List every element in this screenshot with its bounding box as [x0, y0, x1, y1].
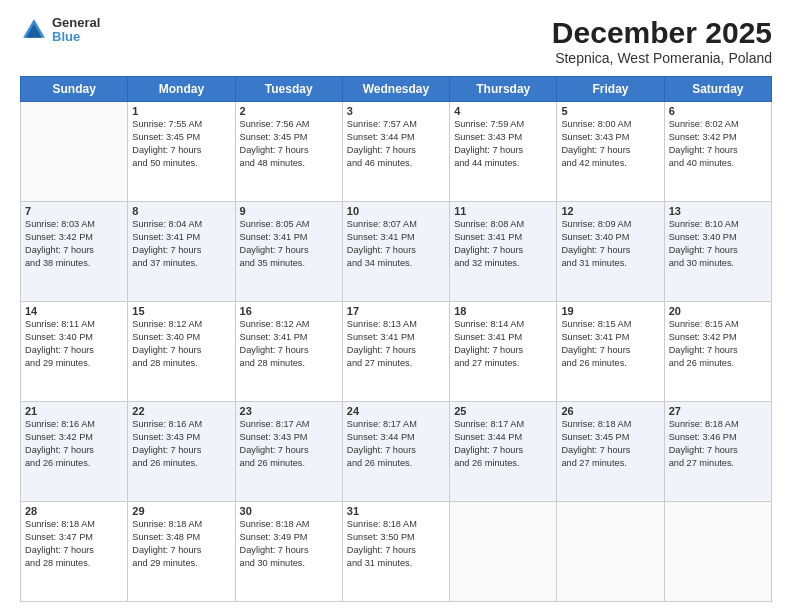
calendar-cell: 7Sunrise: 8:03 AM Sunset: 3:42 PM Daylig…: [21, 202, 128, 302]
calendar-cell: 28Sunrise: 8:18 AM Sunset: 3:47 PM Dayli…: [21, 502, 128, 602]
header: General Blue December 2025 Stepnica, Wes…: [20, 16, 772, 66]
day-number: 5: [561, 105, 659, 117]
day-number: 18: [454, 305, 552, 317]
day-number: 14: [25, 305, 123, 317]
cell-text: Sunrise: 8:12 AM Sunset: 3:40 PM Dayligh…: [132, 318, 230, 370]
day-number: 20: [669, 305, 767, 317]
day-number: 2: [240, 105, 338, 117]
calendar-cell: 30Sunrise: 8:18 AM Sunset: 3:49 PM Dayli…: [235, 502, 342, 602]
day-number: 12: [561, 205, 659, 217]
page-subtitle: Stepnica, West Pomerania, Poland: [552, 50, 772, 66]
calendar-cell: 29Sunrise: 8:18 AM Sunset: 3:48 PM Dayli…: [128, 502, 235, 602]
day-number: 19: [561, 305, 659, 317]
cell-text: Sunrise: 7:56 AM Sunset: 3:45 PM Dayligh…: [240, 118, 338, 170]
cell-text: Sunrise: 8:15 AM Sunset: 3:41 PM Dayligh…: [561, 318, 659, 370]
cell-text: Sunrise: 8:17 AM Sunset: 3:44 PM Dayligh…: [454, 418, 552, 470]
cell-text: Sunrise: 8:04 AM Sunset: 3:41 PM Dayligh…: [132, 218, 230, 270]
calendar-cell: [21, 102, 128, 202]
day-number: 31: [347, 505, 445, 517]
cell-text: Sunrise: 8:10 AM Sunset: 3:40 PM Dayligh…: [669, 218, 767, 270]
calendar-cell: 11Sunrise: 8:08 AM Sunset: 3:41 PM Dayli…: [450, 202, 557, 302]
day-number: 11: [454, 205, 552, 217]
day-number: 22: [132, 405, 230, 417]
cell-text: Sunrise: 8:18 AM Sunset: 3:49 PM Dayligh…: [240, 518, 338, 570]
calendar-cell: 25Sunrise: 8:17 AM Sunset: 3:44 PM Dayli…: [450, 402, 557, 502]
calendar-week-row: 21Sunrise: 8:16 AM Sunset: 3:42 PM Dayli…: [21, 402, 772, 502]
logo: General Blue: [20, 16, 100, 45]
day-number: 16: [240, 305, 338, 317]
calendar-day-header: Sunday: [21, 77, 128, 102]
day-number: 27: [669, 405, 767, 417]
calendar-cell: 31Sunrise: 8:18 AM Sunset: 3:50 PM Dayli…: [342, 502, 449, 602]
calendar-week-row: 1Sunrise: 7:55 AM Sunset: 3:45 PM Daylig…: [21, 102, 772, 202]
cell-text: Sunrise: 8:16 AM Sunset: 3:43 PM Dayligh…: [132, 418, 230, 470]
page-title: December 2025: [552, 16, 772, 50]
calendar-week-row: 14Sunrise: 8:11 AM Sunset: 3:40 PM Dayli…: [21, 302, 772, 402]
page: General Blue December 2025 Stepnica, Wes…: [0, 0, 792, 612]
day-number: 28: [25, 505, 123, 517]
cell-text: Sunrise: 8:16 AM Sunset: 3:42 PM Dayligh…: [25, 418, 123, 470]
day-number: 8: [132, 205, 230, 217]
cell-text: Sunrise: 8:14 AM Sunset: 3:41 PM Dayligh…: [454, 318, 552, 370]
calendar-cell: [450, 502, 557, 602]
cell-text: Sunrise: 8:08 AM Sunset: 3:41 PM Dayligh…: [454, 218, 552, 270]
day-number: 3: [347, 105, 445, 117]
calendar-day-header: Saturday: [664, 77, 771, 102]
calendar-cell: 4Sunrise: 7:59 AM Sunset: 3:43 PM Daylig…: [450, 102, 557, 202]
calendar-cell: 17Sunrise: 8:13 AM Sunset: 3:41 PM Dayli…: [342, 302, 449, 402]
cell-text: Sunrise: 8:00 AM Sunset: 3:43 PM Dayligh…: [561, 118, 659, 170]
calendar-week-row: 28Sunrise: 8:18 AM Sunset: 3:47 PM Dayli…: [21, 502, 772, 602]
calendar-cell: 14Sunrise: 8:11 AM Sunset: 3:40 PM Dayli…: [21, 302, 128, 402]
day-number: 26: [561, 405, 659, 417]
calendar-cell: 12Sunrise: 8:09 AM Sunset: 3:40 PM Dayli…: [557, 202, 664, 302]
calendar-cell: 9Sunrise: 8:05 AM Sunset: 3:41 PM Daylig…: [235, 202, 342, 302]
calendar-day-header: Tuesday: [235, 77, 342, 102]
calendar-cell: 19Sunrise: 8:15 AM Sunset: 3:41 PM Dayli…: [557, 302, 664, 402]
day-number: 24: [347, 405, 445, 417]
logo-icon: [20, 16, 48, 44]
calendar-cell: 18Sunrise: 8:14 AM Sunset: 3:41 PM Dayli…: [450, 302, 557, 402]
calendar-cell: 21Sunrise: 8:16 AM Sunset: 3:42 PM Dayli…: [21, 402, 128, 502]
calendar-cell: 24Sunrise: 8:17 AM Sunset: 3:44 PM Dayli…: [342, 402, 449, 502]
day-number: 23: [240, 405, 338, 417]
day-number: 25: [454, 405, 552, 417]
day-number: 6: [669, 105, 767, 117]
title-block: December 2025 Stepnica, West Pomerania, …: [552, 16, 772, 66]
day-number: 10: [347, 205, 445, 217]
cell-text: Sunrise: 7:59 AM Sunset: 3:43 PM Dayligh…: [454, 118, 552, 170]
logo-text: General Blue: [52, 16, 100, 45]
calendar-cell: 6Sunrise: 8:02 AM Sunset: 3:42 PM Daylig…: [664, 102, 771, 202]
calendar-day-header: Monday: [128, 77, 235, 102]
calendar-cell: 3Sunrise: 7:57 AM Sunset: 3:44 PM Daylig…: [342, 102, 449, 202]
day-number: 21: [25, 405, 123, 417]
cell-text: Sunrise: 8:11 AM Sunset: 3:40 PM Dayligh…: [25, 318, 123, 370]
day-number: 29: [132, 505, 230, 517]
cell-text: Sunrise: 8:03 AM Sunset: 3:42 PM Dayligh…: [25, 218, 123, 270]
cell-text: Sunrise: 7:57 AM Sunset: 3:44 PM Dayligh…: [347, 118, 445, 170]
calendar-week-row: 7Sunrise: 8:03 AM Sunset: 3:42 PM Daylig…: [21, 202, 772, 302]
calendar-cell: [557, 502, 664, 602]
calendar-header-row: SundayMondayTuesdayWednesdayThursdayFrid…: [21, 77, 772, 102]
cell-text: Sunrise: 8:18 AM Sunset: 3:46 PM Dayligh…: [669, 418, 767, 470]
logo-line2: Blue: [52, 30, 100, 44]
day-number: 4: [454, 105, 552, 117]
cell-text: Sunrise: 8:17 AM Sunset: 3:43 PM Dayligh…: [240, 418, 338, 470]
cell-text: Sunrise: 8:18 AM Sunset: 3:45 PM Dayligh…: [561, 418, 659, 470]
calendar-cell: [664, 502, 771, 602]
calendar-cell: 27Sunrise: 8:18 AM Sunset: 3:46 PM Dayli…: [664, 402, 771, 502]
cell-text: Sunrise: 8:13 AM Sunset: 3:41 PM Dayligh…: [347, 318, 445, 370]
cell-text: Sunrise: 8:18 AM Sunset: 3:50 PM Dayligh…: [347, 518, 445, 570]
day-number: 7: [25, 205, 123, 217]
logo-line1: General: [52, 16, 100, 30]
day-number: 15: [132, 305, 230, 317]
calendar-cell: 8Sunrise: 8:04 AM Sunset: 3:41 PM Daylig…: [128, 202, 235, 302]
calendar-day-header: Wednesday: [342, 77, 449, 102]
calendar-cell: 1Sunrise: 7:55 AM Sunset: 3:45 PM Daylig…: [128, 102, 235, 202]
calendar-cell: 2Sunrise: 7:56 AM Sunset: 3:45 PM Daylig…: [235, 102, 342, 202]
cell-text: Sunrise: 8:05 AM Sunset: 3:41 PM Dayligh…: [240, 218, 338, 270]
cell-text: Sunrise: 8:09 AM Sunset: 3:40 PM Dayligh…: [561, 218, 659, 270]
day-number: 13: [669, 205, 767, 217]
calendar-cell: 20Sunrise: 8:15 AM Sunset: 3:42 PM Dayli…: [664, 302, 771, 402]
cell-text: Sunrise: 8:17 AM Sunset: 3:44 PM Dayligh…: [347, 418, 445, 470]
day-number: 1: [132, 105, 230, 117]
